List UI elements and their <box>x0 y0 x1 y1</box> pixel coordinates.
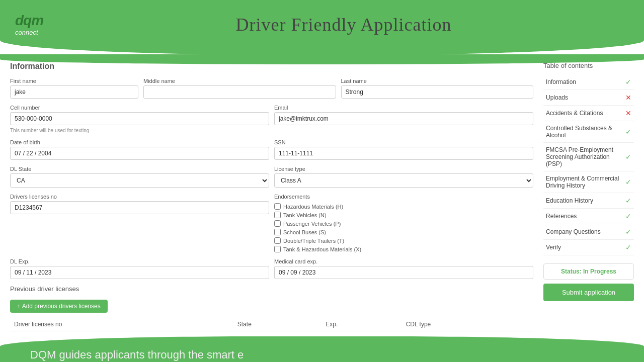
toc-item-label: Accidents & Citations <box>546 110 625 117</box>
toc-item-label: Controlled Substances & Alcohol <box>546 125 625 139</box>
first-name-input[interactable] <box>10 85 138 99</box>
sidebar: Table of contents Information✓Uploads✕Ac… <box>543 62 634 331</box>
toc-title: Table of contents <box>543 62 634 69</box>
check-icon: ✓ <box>625 228 631 236</box>
toc-item-label: Education History <box>546 197 625 204</box>
toc-item-label: Uploads <box>546 94 625 101</box>
submit-button[interactable]: Submit application <box>543 284 634 301</box>
email-group: Email <box>274 105 533 125</box>
header: dqm connect Driver Friendly Application <box>0 0 644 55</box>
exp-row: DL Exp. Medical card exp. <box>10 258 533 279</box>
ssn-group: SSN <box>274 139 533 160</box>
toc-item[interactable]: Uploads✕ <box>543 90 634 106</box>
license-type-select[interactable]: Class A <box>274 173 533 188</box>
status-value: In Progress <box>583 268 616 275</box>
table-header-dl-no: Driver licenses no <box>10 318 233 331</box>
dl-exp-label: DL Exp. <box>10 258 269 264</box>
endorsement-checkbox-h[interactable] <box>274 203 281 210</box>
check-icon: ✓ <box>625 212 631 220</box>
toc-item[interactable]: FMCSA Pre-Employment Screening Authoriza… <box>543 143 634 171</box>
dl-no-label: Drivers licenses no <box>10 194 269 200</box>
dl-endorsements-row: Drivers licenses no Endorsements Hazardo… <box>10 194 533 252</box>
table-header-state: State <box>233 318 321 331</box>
check-icon: ✓ <box>625 178 631 186</box>
first-name-label: First name <box>10 78 138 84</box>
status-label: Status: <box>561 268 582 275</box>
dl-state-license-row: DL State CA License type Class A <box>10 166 533 188</box>
toc-list: Information✓Uploads✕Accidents & Citation… <box>543 74 634 255</box>
toc-item[interactable]: Controlled Substances & Alcohol✓ <box>543 121 634 143</box>
check-icon: ✓ <box>625 78 631 86</box>
cell-input[interactable] <box>10 112 269 125</box>
endorsement-item-t: Double/Triple Trailers (T) <box>274 237 533 244</box>
email-label: Email <box>274 105 533 111</box>
check-icon: ✓ <box>625 128 631 136</box>
endorsement-checkbox-n[interactable] <box>274 212 281 218</box>
license-type-label: License type <box>274 166 533 172</box>
cross-icon: ✕ <box>625 94 631 102</box>
dob-group: Date of birth <box>10 139 269 160</box>
dl-state-select[interactable]: CA <box>10 173 269 188</box>
footer: DQM guides applicants through the smart … <box>0 336 644 362</box>
name-row: First name Middle name Last name <box>10 78 533 99</box>
check-icon: ✓ <box>625 153 631 161</box>
dob-input[interactable] <box>10 147 269 160</box>
toc-item-label: Information <box>546 78 625 85</box>
endorsements-label: Endorsements <box>274 194 533 200</box>
prev-licenses-title: Previous driver licenses <box>10 285 533 293</box>
toc-item[interactable]: Employment & Commercial Driving History✓ <box>543 171 634 193</box>
last-name-label: Last name <box>341 78 534 84</box>
cell-hint: This number will be used for texting <box>10 128 269 133</box>
email-input[interactable] <box>274 112 533 125</box>
toc-item[interactable]: Education History✓ <box>543 193 634 209</box>
endorsement-item-h: Hazardous Materials (H) <box>274 203 533 210</box>
form-area: Information First name Middle name Last … <box>10 62 533 331</box>
ssn-label: SSN <box>274 139 533 145</box>
endorsement-item-x: Tank & Hazardous Materials (X) <box>274 246 533 252</box>
toc-item[interactable]: Accidents & Citations✕ <box>543 106 634 121</box>
logo-area: dqm connect <box>15 14 43 36</box>
middle-name-label: Middle name <box>143 78 336 84</box>
cell-label: Cell number <box>10 105 269 111</box>
ssn-input[interactable] <box>274 147 533 160</box>
toc-item[interactable]: Company Questions✓ <box>543 224 634 240</box>
middle-name-input[interactable] <box>143 85 336 99</box>
last-name-input[interactable] <box>341 85 534 99</box>
toc-item-label: References <box>546 213 625 220</box>
endorsement-checkbox-t[interactable] <box>274 237 281 244</box>
middle-name-group: Middle name <box>143 78 336 99</box>
logo-dqm: dqm <box>15 14 43 28</box>
endorsement-item-s: School Buses (S) <box>274 229 533 235</box>
toc-item-label: Employment & Commercial Driving History <box>546 175 625 189</box>
toc-item-label: FMCSA Pre-Employment Screening Authoriza… <box>546 146 625 167</box>
endorsements-list: Hazardous Materials (H) Tank Vehicles (N… <box>274 203 533 252</box>
check-icon: ✓ <box>625 243 631 251</box>
dl-no-group: Drivers licenses no <box>10 194 269 214</box>
add-prev-license-button[interactable]: + Add previous drivers licenses <box>10 300 108 313</box>
dob-ssn-row: Date of birth SSN <box>10 139 533 160</box>
check-icon: ✓ <box>625 197 631 205</box>
endorsement-checkbox-p[interactable] <box>274 220 281 227</box>
cross-icon: ✕ <box>625 109 631 117</box>
last-name-group: Last name <box>341 78 534 99</box>
endorsement-checkbox-s[interactable] <box>274 229 281 235</box>
dl-exp-group: DL Exp. <box>10 258 269 279</box>
toc-item[interactable]: Verify✓ <box>543 240 634 255</box>
endorsement-item-n: Tank Vehicles (N) <box>274 212 533 218</box>
dl-state-label: DL State <box>10 166 269 172</box>
toc-item[interactable]: References✓ <box>543 209 634 224</box>
medical-card-input[interactable] <box>274 266 533 279</box>
footer-text: DQM guides applicants through the smart … <box>30 347 252 362</box>
logo-connect: connect <box>15 29 38 36</box>
table-header-exp: Exp. <box>321 318 401 331</box>
dl-exp-input[interactable] <box>10 266 269 279</box>
endorsement-checkbox-x[interactable] <box>274 246 281 252</box>
dl-state-group: DL State CA <box>10 166 269 188</box>
dob-label: Date of birth <box>10 139 269 145</box>
toc-item[interactable]: Information✓ <box>543 74 634 90</box>
prev-licenses-table: Driver licenses no State Exp. CDL type <box>10 318 533 331</box>
medical-card-group: Medical card exp. <box>274 258 533 279</box>
page-title: Driver Friendly Application <box>58 14 629 35</box>
status-box: Status: In Progress <box>543 263 634 280</box>
dl-no-input[interactable] <box>10 201 269 214</box>
